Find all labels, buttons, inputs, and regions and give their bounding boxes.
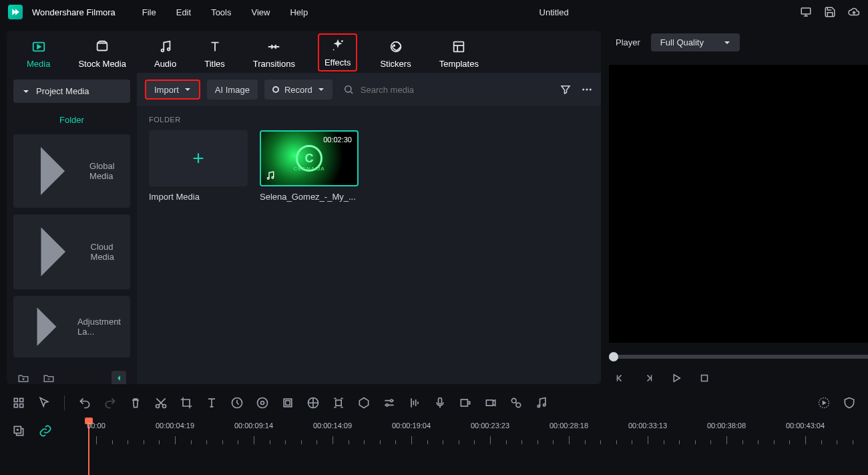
collapse-sidebar-button[interactable] [112, 371, 126, 384]
chevron-down-icon [184, 86, 191, 93]
marker-icon[interactable] [459, 396, 472, 410]
audio-icon [156, 39, 175, 55]
tab-transitions[interactable]: Transitions [253, 39, 295, 69]
filter-icon[interactable] [560, 84, 572, 96]
cloud-upload-icon[interactable] [848, 6, 860, 18]
tab-effects[interactable]: Effects [318, 33, 358, 71]
svg-point-24 [258, 398, 268, 408]
audio-detach-icon[interactable] [535, 396, 548, 410]
cut-icon[interactable] [154, 396, 168, 410]
render-icon[interactable] [484, 396, 497, 410]
play-icon[interactable] [670, 372, 682, 384]
svg-point-35 [511, 398, 516, 403]
seek-bar[interactable] [609, 355, 868, 359]
redo-icon[interactable] [103, 396, 117, 410]
import-card-label: Import Media [149, 192, 248, 202]
seek-knob[interactable] [609, 352, 618, 361]
video-preview[interactable] [609, 65, 868, 343]
time-label: 00:00:28:18 [550, 422, 588, 430]
tab-titles[interactable]: Titles [204, 39, 225, 69]
media-badge-text: CEENAIJA [293, 166, 324, 172]
more-icon[interactable] [581, 84, 593, 96]
next-frame-icon[interactable] [642, 372, 654, 384]
mask-icon[interactable] [281, 396, 294, 410]
adjust-icon[interactable] [383, 396, 396, 410]
media-card[interactable]: 00:02:30 C CEENAIJA Selena_Gomez_-_My_..… [260, 130, 359, 202]
sidebar-folder[interactable]: Folder [13, 111, 130, 134]
media-card-label: Selena_Gomez_-_My_... [260, 192, 359, 202]
text-icon[interactable] [205, 396, 218, 410]
time-label: 00:00:04:19 [156, 422, 194, 430]
shield-icon[interactable] [843, 396, 856, 410]
speed-icon[interactable] [230, 396, 244, 410]
sidebar-item-adjustment[interactable]: Adjustment La... [13, 296, 130, 357]
svg-rect-34 [486, 400, 493, 406]
caret-right-icon [23, 303, 71, 351]
media-thumb[interactable]: 00:02:30 C CEENAIJA [260, 130, 359, 186]
monitor-icon[interactable] [800, 6, 812, 18]
media-icon [29, 39, 48, 55]
folder-heading: FOLDER [137, 106, 601, 126]
sidebar-project-media[interactable]: Project Media [13, 80, 130, 103]
tab-audio[interactable]: Audio [154, 39, 176, 69]
menu-help[interactable]: Help [290, 7, 308, 17]
main-menu: File Edit Tools View Help [142, 7, 308, 17]
svg-rect-9 [454, 42, 464, 52]
time-label: 00:00 [87, 422, 105, 430]
caret-right-icon [23, 221, 84, 283]
quality-select[interactable]: Full Quality [651, 33, 740, 51]
tab-templates[interactable]: Templates [439, 39, 479, 69]
voiceover-icon[interactable] [433, 396, 447, 410]
group-icon[interactable] [509, 396, 523, 410]
import-media-card[interactable]: + Import Media [149, 130, 248, 202]
sidebar-item-global[interactable]: Global Media [13, 134, 130, 208]
media-duration: 00:02:30 [323, 136, 352, 144]
menu-file[interactable]: File [142, 7, 156, 17]
titles-icon [206, 39, 224, 55]
grid-icon[interactable] [12, 396, 25, 410]
tab-stock-media[interactable]: Stock Media [78, 39, 126, 69]
undo-icon[interactable] [78, 396, 91, 410]
document-title: Untitled [539, 7, 569, 17]
app-logo [8, 5, 23, 19]
record-dot-icon [272, 86, 279, 93]
link-icon[interactable] [39, 424, 52, 438]
pointer-icon[interactable] [37, 396, 51, 410]
tab-stickers[interactable]: Stickers [380, 39, 411, 69]
tab-media[interactable]: Media [27, 39, 50, 69]
sidebar-item-label: Global Media [89, 161, 121, 181]
prev-frame-icon[interactable] [614, 372, 626, 384]
media-toolbar: Import AI Image Record [137, 73, 601, 106]
new-folder-icon[interactable] [17, 372, 29, 384]
ai-image-button[interactable]: AI Image [207, 80, 258, 100]
menu-tools[interactable]: Tools [211, 7, 231, 17]
sidebar-item-cloud[interactable]: Cloud Media [13, 214, 130, 289]
time-label: 00:00:43:04 [786, 422, 825, 430]
timeline-settings-icon[interactable] [817, 396, 831, 410]
import-thumb[interactable]: + [149, 130, 248, 186]
crop-icon[interactable] [180, 396, 193, 410]
sidebar-project-label: Project Media [36, 86, 89, 96]
record-button[interactable]: Record [264, 80, 333, 100]
templates-icon [449, 39, 468, 55]
time-label: 00:00:33:13 [628, 422, 667, 430]
keyframe-icon[interactable] [306, 396, 320, 410]
media-sidebar: Project Media Folder Global Media Cloud … [7, 73, 137, 384]
delete-icon[interactable] [129, 396, 142, 410]
add-track-icon[interactable] [12, 424, 25, 438]
svg-point-3 [161, 49, 164, 52]
stop-icon[interactable] [698, 372, 710, 384]
music-icon [265, 170, 276, 181]
delete-folder-icon[interactable] [43, 372, 55, 384]
chroma-icon[interactable] [357, 396, 371, 410]
tracking-icon[interactable] [332, 396, 345, 410]
import-button[interactable]: Import [145, 80, 200, 100]
menu-view[interactable]: View [251, 7, 270, 17]
timeline-ruler[interactable]: 00:0000:00:04:1900:00:09:1400:00:14:0900… [87, 418, 868, 475]
menu-edit[interactable]: Edit [176, 7, 191, 17]
save-icon[interactable] [824, 6, 836, 18]
svg-point-5 [341, 40, 343, 42]
audio-mix-icon[interactable] [408, 396, 421, 410]
color-icon[interactable] [256, 396, 269, 410]
search-input[interactable] [361, 85, 553, 95]
